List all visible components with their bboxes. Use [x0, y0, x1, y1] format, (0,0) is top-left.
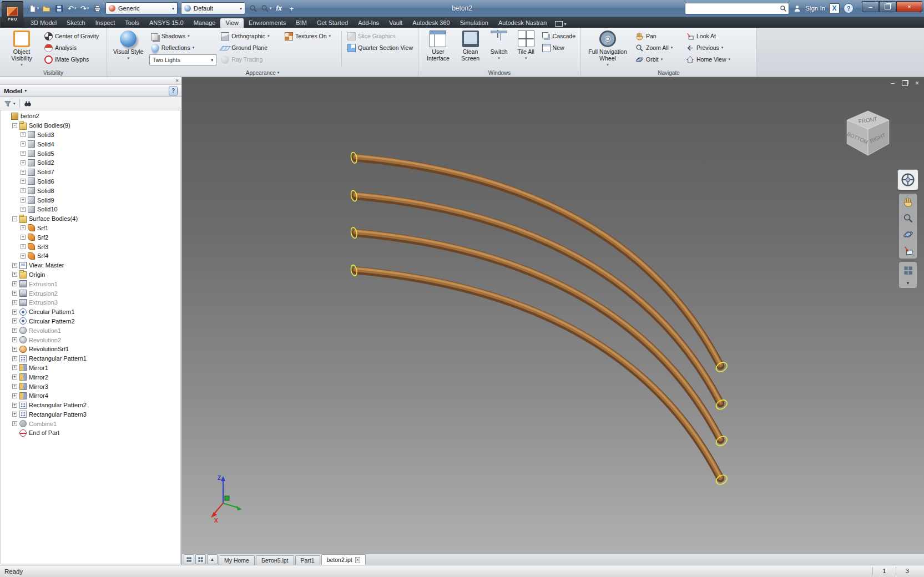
tab-autodesk-360[interactable]: Autodesk 360	[407, 18, 455, 28]
document-tab-бетон5-ipt[interactable]: Бетон5.ipt	[256, 555, 294, 565]
viewport-3d[interactable]: – × FRONT BOTTOM RIGHT	[182, 77, 924, 554]
restore-button[interactable]	[879, 1, 896, 12]
tree-item-solid3[interactable]: +Solid3	[1, 130, 180, 140]
print-button[interactable]	[92, 3, 103, 14]
tree-item-mirror3[interactable]: +Mirror3	[1, 382, 180, 391]
tab-autodesk-nastran[interactable]: Autodesk Nastran	[493, 18, 552, 28]
tab-3d-model[interactable]: 3D Model	[26, 18, 62, 28]
save-button[interactable]	[53, 3, 65, 14]
center-of-gravity-button[interactable]: Center of Gravity	[43, 31, 100, 42]
tree-expander-icon[interactable]: +	[21, 198, 26, 203]
imate-glyphs-button[interactable]: iMate Glyphs	[43, 54, 100, 65]
measure-tool-button[interactable]: ▾	[260, 3, 272, 14]
tree-item-extrusion3[interactable]: +Extrusion3	[1, 298, 180, 307]
close-panel-icon[interactable]: ×	[175, 78, 179, 84]
analysis-button[interactable]: Analysis	[43, 42, 100, 53]
tree-expander-icon[interactable]: +	[12, 384, 17, 389]
full-navigation-wheel-button[interactable]: Full Navigation Wheel ▾	[584, 29, 631, 69]
tree-item-srf2[interactable]: +Srf2	[1, 232, 180, 242]
tree-expander-icon[interactable]: +	[12, 393, 17, 398]
zoom-all-button[interactable]: Zoom All ▾	[634, 42, 681, 53]
tab-tile-button[interactable]	[195, 554, 206, 564]
tree-item-solid7[interactable]: +Solid7	[1, 168, 180, 177]
tree-item-rectangular-pattern1[interactable]: +Rectangular Pattern1	[1, 354, 180, 363]
tree-expander-icon[interactable]: +	[21, 151, 26, 156]
tree-item-view-master[interactable]: +View: Master	[1, 261, 180, 270]
user-interface-button[interactable]: User Interface	[422, 29, 455, 69]
browser-grip-bar[interactable]: ×	[0, 77, 181, 85]
open-button[interactable]	[41, 3, 52, 14]
orbit-button[interactable]: Orbit ▾	[634, 54, 681, 65]
tab-list-button[interactable]	[184, 554, 194, 564]
tab-inspect[interactable]: Inspect	[90, 18, 120, 28]
tab-tools[interactable]: Tools	[120, 18, 144, 28]
tree-item-circular-pattern1[interactable]: +Circular Pattern1	[1, 307, 180, 317]
close-document-icon[interactable]: ×	[355, 557, 360, 563]
tree-item-solid4[interactable]: +Solid4	[1, 139, 180, 149]
tree-expander-icon[interactable]: +	[12, 328, 17, 333]
tab-add-ins[interactable]: Add-Ins	[353, 18, 384, 28]
tree-expander-icon[interactable]: +	[12, 300, 17, 305]
visual-style-button[interactable]: Visual Style ▾	[110, 29, 147, 69]
tree-expander-icon[interactable]: +	[21, 225, 26, 230]
document-tab-my-home[interactable]: My Home	[219, 555, 255, 565]
tree-item-rectangular-pattern2[interactable]: +Rectangular Pattern2	[1, 401, 180, 410]
orbit-tool-button[interactable]	[902, 228, 914, 240]
tree-item-surface-bodies-4[interactable]: -Surface Bodies(4)	[1, 214, 180, 224]
tab-simulation[interactable]: Simulation	[455, 18, 493, 28]
tree-expander-icon[interactable]: +	[21, 160, 26, 165]
tile-all-button[interactable]: Tile All ▾	[514, 29, 538, 69]
cascade-button[interactable]: Cascade	[541, 31, 577, 42]
tree-expander-icon[interactable]: +	[21, 254, 26, 259]
home-view-button[interactable]: Home View ▾	[684, 54, 732, 65]
tree-expander-icon[interactable]: +	[21, 179, 26, 184]
redo-button[interactable]: ↷▾	[79, 3, 90, 14]
navbar-more-button[interactable]: ▾	[907, 280, 910, 286]
pan-tool-button[interactable]	[902, 196, 914, 208]
tree-item-extrusion1[interactable]: +Extrusion1	[1, 279, 180, 288]
tree-item-circular-pattern2[interactable]: +Circular Pattern2	[1, 317, 180, 326]
tree-item-solid2[interactable]: +Solid2	[1, 158, 180, 168]
new-window-button[interactable]: New	[541, 42, 577, 53]
tree-item-solid9[interactable]: +Solid9	[1, 195, 180, 205]
look-at-tool-button[interactable]	[902, 244, 914, 256]
close-button[interactable]: ×	[896, 1, 922, 12]
document-minimize-button[interactable]: –	[891, 79, 895, 87]
tree-expander-icon[interactable]: +	[12, 318, 17, 323]
view-cube[interactable]: FRONT BOTTOM RIGHT	[835, 100, 901, 166]
tree-expander-icon[interactable]: +	[21, 170, 26, 175]
add-button[interactable]: +	[286, 3, 297, 14]
tab-vault[interactable]: Vault	[384, 18, 407, 28]
lighting-style-select[interactable]: Two Lights ▾	[149, 54, 217, 65]
tree-expander-icon[interactable]: +	[12, 347, 17, 352]
tree-expander-icon[interactable]: +	[12, 403, 17, 408]
navigation-wheel-button[interactable]	[897, 169, 918, 190]
tree-item-mirror2[interactable]: +Mirror2	[1, 372, 180, 382]
quarter-section-view-button[interactable]: Quarter Section View	[346, 42, 415, 53]
tab-ansys-15-0[interactable]: ANSYS 15.0	[144, 18, 189, 28]
document-tab-beton2-ipt[interactable]: beton2.ipt×	[321, 554, 366, 565]
browser-title[interactable]: Model	[4, 88, 22, 94]
undo-button[interactable]: ↶▾	[66, 3, 78, 14]
tree-item-revolutionsrf1[interactable]: +RevolutionSrf1	[1, 345, 180, 354]
tree-item-rectangular-pattern3[interactable]: +Rectangular Pattern3	[1, 410, 180, 419]
tab-bim[interactable]: BIM	[291, 18, 312, 28]
material-select[interactable]: Generic ▾	[105, 2, 178, 14]
tree-item-end-of-part[interactable]: +End of Part	[1, 428, 180, 438]
tree-item-solid5[interactable]: +Solid5	[1, 149, 180, 158]
tree-item-beton2[interactable]: +beton2	[1, 112, 180, 121]
application-menu-button[interactable]: PRO	[2, 1, 23, 27]
find-binoculars-icon[interactable]	[24, 100, 32, 108]
pan-button[interactable]: Pan	[634, 31, 681, 42]
switch-windows-button[interactable]: Switch ▾	[486, 29, 512, 69]
tree-item-srf4[interactable]: +Srf4	[1, 251, 180, 261]
tree-expander-icon[interactable]: +	[12, 291, 17, 296]
filter-funnel-icon[interactable]	[4, 100, 12, 108]
tree-item-origin[interactable]: +Origin	[1, 270, 180, 280]
reflections-button[interactable]: Reflections ▾	[149, 42, 217, 53]
tree-item-solid10[interactable]: +Solid10	[1, 205, 180, 214]
tree-item-extrusion2[interactable]: +Extrusion2	[1, 288, 180, 298]
document-close-button[interactable]: ×	[915, 79, 919, 87]
tree-item-revolution1[interactable]: +Revolution1	[1, 326, 180, 335]
shadows-button[interactable]: Shadows ▾	[149, 31, 217, 42]
